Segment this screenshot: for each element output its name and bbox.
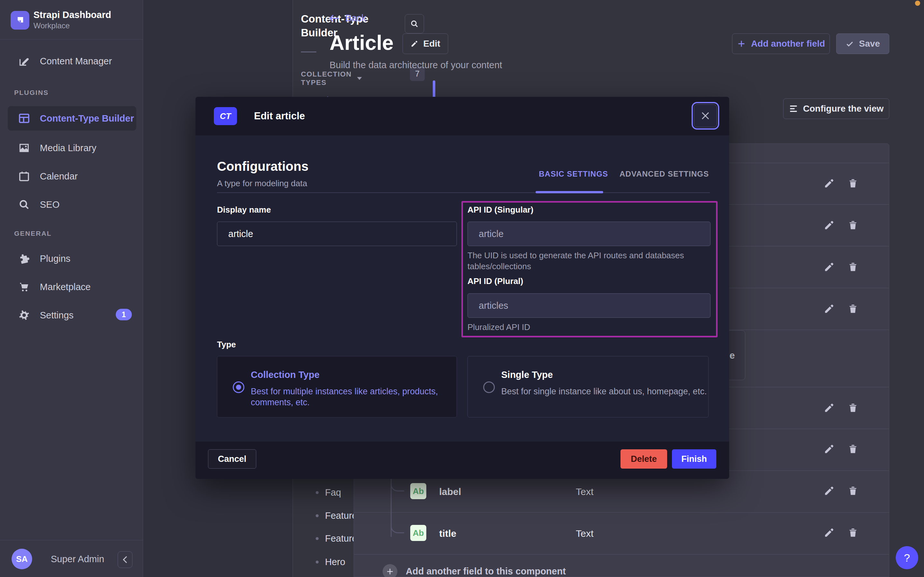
api-id-plural-helper: Pluralized API ID bbox=[468, 322, 530, 332]
trash-icon[interactable] bbox=[847, 261, 858, 272]
component-item[interactable]: Hero bbox=[316, 556, 345, 568]
collection-type-card[interactable]: Collection Type Best for multiple instan… bbox=[217, 356, 457, 417]
field-type: Text bbox=[576, 486, 593, 497]
api-id-plural-input[interactable] bbox=[468, 293, 710, 318]
fragment-text: e bbox=[730, 350, 735, 361]
collection-type-radio[interactable] bbox=[233, 382, 244, 393]
sidebar-item-content-manager[interactable]: Content Manager bbox=[0, 51, 143, 71]
close-icon bbox=[701, 111, 710, 121]
single-type-radio[interactable] bbox=[483, 382, 495, 393]
pencil-icon bbox=[411, 40, 418, 48]
cancel-button[interactable]: Cancel bbox=[208, 449, 256, 469]
user-name: Super Admin bbox=[51, 554, 104, 564]
page-subtitle: Build the data architecture of your cont… bbox=[329, 60, 502, 71]
page-title: Article bbox=[329, 31, 394, 55]
plus-icon bbox=[386, 567, 394, 576]
sidebar-item-label: Settings bbox=[40, 310, 74, 321]
delete-button[interactable]: Delete bbox=[620, 449, 667, 469]
pencil-icon[interactable] bbox=[824, 527, 835, 538]
chevron-down-icon bbox=[357, 77, 362, 80]
subnav-title-rule bbox=[301, 52, 317, 52]
single-type-card[interactable]: Single Type Best for single instance lik… bbox=[468, 356, 709, 417]
workspace-label: Workplace bbox=[34, 21, 70, 30]
api-id-singular-input[interactable] bbox=[468, 222, 710, 246]
tab-advanced-settings[interactable]: ADVANCED SETTINGS bbox=[620, 169, 709, 179]
calendar-icon bbox=[18, 170, 30, 182]
configure-label: Configure the view bbox=[803, 103, 884, 114]
puzzle-icon bbox=[18, 253, 30, 265]
edit-article-modal: CT Edit article Configurations A type fo… bbox=[196, 97, 729, 479]
trash-icon[interactable] bbox=[847, 485, 858, 496]
main-sidebar: Strapi Dashboard Workplace Content Manag… bbox=[0, 0, 143, 577]
user-avatar[interactable]: SA bbox=[11, 549, 32, 569]
subnav-search-button[interactable] bbox=[405, 14, 424, 34]
chevron-left-icon bbox=[122, 556, 129, 564]
row-actions bbox=[824, 527, 862, 539]
add-another-field-button[interactable]: Add another field bbox=[732, 34, 830, 54]
collection-type-title: Collection Type bbox=[251, 369, 320, 380]
trash-icon[interactable] bbox=[847, 402, 858, 413]
close-button[interactable] bbox=[694, 104, 717, 127]
image-icon bbox=[18, 142, 30, 154]
modal-heading: Configurations bbox=[217, 159, 309, 174]
sidebar-item-label: Calendar bbox=[40, 171, 78, 182]
pencil-icon[interactable] bbox=[824, 303, 835, 314]
single-type-title: Single Type bbox=[501, 369, 553, 380]
trash-icon[interactable] bbox=[847, 443, 858, 455]
help-button[interactable]: ? bbox=[896, 546, 918, 569]
tree-branch bbox=[390, 511, 404, 533]
field-type: Text bbox=[576, 528, 593, 539]
pencil-icon[interactable] bbox=[824, 402, 835, 413]
save-label: Save bbox=[859, 39, 880, 49]
collection-type-desc: Best for multiple instances like article… bbox=[251, 386, 438, 408]
add-field-row-button[interactable] bbox=[382, 564, 397, 577]
content-type-badge: CT bbox=[214, 107, 237, 125]
display-name-input[interactable] bbox=[217, 222, 457, 246]
pencil-icon[interactable] bbox=[824, 443, 835, 455]
trash-icon[interactable] bbox=[847, 220, 858, 230]
save-button[interactable]: Save bbox=[836, 34, 889, 54]
row-actions bbox=[824, 220, 862, 231]
tab-basic-settings[interactable]: BASIC SETTINGS bbox=[539, 169, 608, 179]
trash-icon[interactable] bbox=[847, 527, 858, 538]
configure-lines-icon bbox=[789, 105, 798, 113]
row-actions bbox=[824, 402, 862, 414]
finish-button[interactable]: Finish bbox=[672, 449, 716, 469]
sidebar-item-label: Marketplace bbox=[40, 282, 91, 292]
sidebar-divider bbox=[0, 39, 143, 40]
layout-icon bbox=[18, 112, 30, 124]
sidebar-item-media-library[interactable]: Media Library bbox=[0, 138, 143, 158]
sidebar-collapse-button[interactable] bbox=[118, 551, 132, 568]
api-id-plural-label: API ID (Plural) bbox=[468, 276, 523, 286]
sidebar-item-content-type-builder[interactable]: Content-Type Builder bbox=[8, 106, 136, 131]
sidebar-item-seo[interactable]: SEO bbox=[0, 194, 143, 215]
add-field-row-label[interactable]: Add another field to this component bbox=[406, 566, 566, 577]
row-actions bbox=[824, 178, 862, 189]
search-icon bbox=[410, 19, 419, 28]
trash-icon[interactable] bbox=[847, 303, 858, 314]
gear-icon bbox=[18, 309, 30, 321]
sidebar-item-label: SEO bbox=[40, 200, 59, 210]
pencil-icon[interactable] bbox=[824, 220, 835, 230]
field-name: label bbox=[439, 486, 461, 497]
back-link[interactable]: Back bbox=[329, 13, 366, 24]
pencil-icon[interactable] bbox=[824, 261, 835, 272]
pencil-icon[interactable] bbox=[824, 178, 835, 189]
pencil-icon[interactable] bbox=[824, 485, 835, 496]
cart-icon bbox=[18, 281, 30, 293]
edit-button[interactable]: Edit bbox=[403, 34, 448, 54]
strapi-logo[interactable] bbox=[11, 11, 29, 30]
trash-icon[interactable] bbox=[847, 178, 858, 189]
sidebar-item-label: Plugins bbox=[40, 253, 71, 264]
row-actions bbox=[824, 261, 862, 273]
strapi-app: Strapi Dashboard Workplace Content Manag… bbox=[0, 0, 924, 577]
component-item[interactable]: Faq bbox=[316, 486, 341, 499]
sidebar-item-plugins[interactable]: Plugins bbox=[0, 248, 143, 269]
collection-types-header[interactable]: COLLECTION TYPES bbox=[301, 70, 363, 87]
field-name: title bbox=[439, 528, 456, 539]
configure-view-button[interactable]: Configure the view bbox=[783, 98, 889, 119]
app-title: Strapi Dashboard bbox=[34, 10, 111, 20]
settings-notification-badge: 1 bbox=[116, 309, 132, 320]
sidebar-item-marketplace[interactable]: Marketplace bbox=[0, 277, 143, 297]
sidebar-item-calendar[interactable]: Calendar bbox=[0, 166, 143, 187]
